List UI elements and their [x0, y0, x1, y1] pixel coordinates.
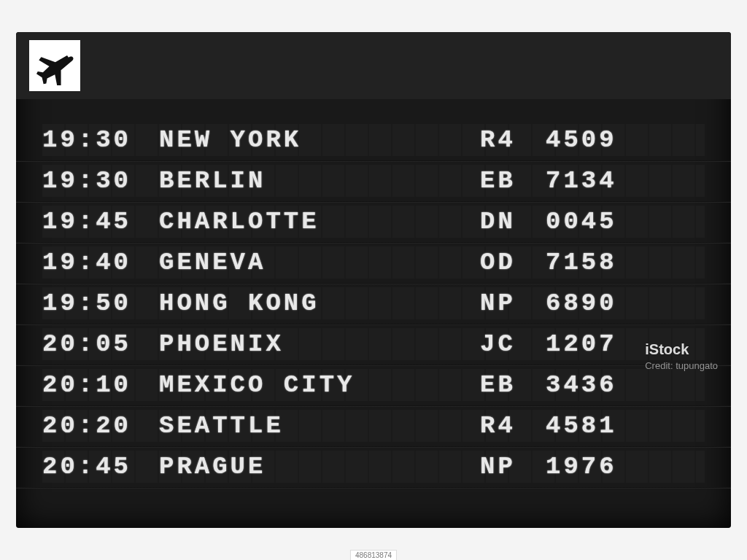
image-id: 486813874 — [350, 550, 397, 560]
flight-number: 4581 — [546, 412, 648, 440]
flight-code: EB — [480, 371, 546, 399]
flight-time: 19:50 — [42, 289, 159, 317]
flight-code: JC — [480, 330, 546, 358]
flight-time: 20:05 — [42, 330, 159, 358]
departure-board: 19:30NEW YORKR4450919:30BERLINEB713419:4… — [16, 32, 731, 528]
flight-number: 1207 — [546, 330, 648, 358]
flight-row: 20:45PRAGUENP1976 — [42, 446, 705, 487]
flight-code: DN — [480, 208, 546, 236]
flight-code: R4 — [480, 412, 546, 440]
flight-number: 7134 — [546, 167, 648, 195]
flight-time: 20:45 — [42, 453, 159, 481]
flight-time: 20:10 — [42, 371, 159, 399]
flight-destination: PRAGUE — [159, 453, 480, 481]
flight-destination: NEW YORK — [159, 126, 480, 154]
flight-time: 19:30 — [42, 126, 159, 154]
flight-destination: MEXICO CITY — [159, 371, 480, 399]
flight-code: EB — [480, 167, 546, 195]
stage: 19:30NEW YORKR4450919:30BERLINEB713419:4… — [0, 0, 747, 560]
flight-number: 7158 — [546, 249, 648, 276]
flight-row: 19:30NEW YORKR44509 — [42, 120, 705, 160]
flight-row: 19:45CHARLOTTEDN0045 — [42, 201, 705, 242]
flight-number: 0045 — [546, 208, 648, 236]
flight-destination: SEATTLE — [159, 412, 480, 440]
flight-destination: HONG KONG — [159, 289, 480, 317]
flight-number: 1976 — [546, 453, 648, 481]
flight-row: 19:50HONG KONGNP6890 — [42, 283, 705, 324]
flight-destination: BERLIN — [159, 167, 480, 195]
flight-code: R4 — [480, 126, 546, 154]
flight-number: 3436 — [546, 371, 648, 399]
flight-time: 19:45 — [42, 208, 159, 236]
flight-row: 19:30BERLINEB7134 — [42, 160, 705, 201]
flight-code: OD — [480, 249, 546, 276]
flight-row: 20:05PHOENIXJC1207 — [42, 324, 705, 365]
flight-number: 6890 — [546, 289, 648, 317]
flight-time: 19:40 — [42, 249, 159, 276]
flight-destination: PHOENIX — [159, 330, 480, 358]
flight-rows: 19:30NEW YORKR4450919:30BERLINEB713419:4… — [16, 99, 731, 487]
board-header — [16, 32, 731, 99]
flight-row: 20:20SEATTLER44581 — [42, 405, 705, 446]
flight-number: 4509 — [546, 126, 648, 154]
flight-destination: CHARLOTTE — [159, 208, 480, 236]
flight-time: 20:20 — [42, 412, 159, 440]
flight-row: 20:10MEXICO CITYEB3436 — [42, 365, 705, 405]
flight-row: 19:40GENEVAOD7158 — [42, 242, 705, 283]
flight-time: 19:30 — [42, 167, 159, 195]
airplane-icon — [29, 40, 80, 91]
flight-code: NP — [480, 289, 546, 317]
flight-code: NP — [480, 453, 546, 481]
flight-destination: GENEVA — [159, 249, 480, 276]
